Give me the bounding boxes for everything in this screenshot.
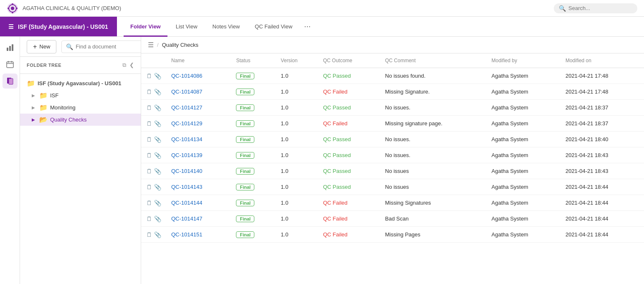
calendar-icon[interactable] [3, 57, 18, 72]
doc-icons-cell: 🗒 📎 [141, 147, 166, 163]
folder-icon: 📁 [39, 104, 48, 112]
header: ☰ ISF (Study Agavascular) - US001 Folder… [0, 17, 644, 37]
svg-rect-7 [7, 48, 8, 51]
table-row[interactable]: 🗒 📎 QC-1014086 Final 1.0 QC Passed No is… [141, 68, 644, 84]
tab-more-button[interactable]: ⋯ [301, 17, 314, 36]
doc-qc-comment: No issues found. [380, 68, 487, 84]
find-document-input[interactable] [76, 43, 141, 50]
table-row[interactable]: 🗒 📎 QC-1014134 Final 1.0 QC Passed No is… [141, 132, 644, 147]
table-row[interactable]: 🗒 📎 QC-1014127 Final 1.0 QC Passed No is… [141, 100, 644, 116]
doc-modified-on: 2021-04-21 18:43 [560, 147, 644, 163]
top-search[interactable]: 🔍 [554, 3, 637, 13]
breadcrumb-current: Quality Checks [162, 42, 198, 48]
doc-name[interactable]: QC-1014127 [166, 100, 231, 116]
tree-item-monitoring[interactable]: ▶ 📁 Monitoring [20, 101, 141, 114]
chevron-icon[interactable]: ▶ [32, 93, 37, 98]
svg-point-6 [16, 8, 18, 9]
svg-point-4 [12, 12, 13, 13]
doc-status: Final [231, 211, 276, 227]
table-row[interactable]: 🗒 📎 QC-1014151 Final 1.0 QC Failed Missi… [141, 227, 644, 243]
col-version[interactable]: Version [276, 53, 318, 68]
table-row[interactable]: 🗒 📎 QC-1014147 Final 1.0 QC Failed Bad S… [141, 211, 644, 227]
doc-file-icon: 🗒 [146, 167, 152, 175]
study-tab[interactable]: ☰ ISF (Study Agavascular) - US001 [0, 17, 117, 36]
tree-item-quality-checks[interactable]: ▶ 📂 Quality Checks [20, 114, 141, 126]
table-row[interactable]: 🗒 📎 QC-1014129 Final 1.0 QC Failed Missi… [141, 116, 644, 132]
tab-folder-view[interactable]: Folder View [124, 17, 167, 37]
chevron-icon[interactable]: ▶ [32, 117, 37, 122]
doc-name[interactable]: QC-1014134 [166, 132, 231, 147]
doc-attach-icon: 📎 [154, 231, 161, 238]
doc-version: 1.0 [276, 163, 318, 179]
search-input[interactable] [568, 5, 631, 11]
doc-qc-outcome: QC Passed [318, 163, 380, 179]
doc-qc-comment: Missing signature page. [380, 116, 487, 132]
doc-qc-comment: No issues. [380, 147, 487, 163]
doc-name[interactable]: QC-1014140 [166, 163, 231, 179]
doc-name[interactable]: QC-1014151 [166, 227, 231, 243]
doc-qc-outcome: QC Passed [318, 147, 380, 163]
doc-modified-on: 2021-04-21 18:40 [560, 132, 644, 147]
table-row[interactable]: 🗒 📎 QC-1014143 Final 1.0 QC Passed No is… [141, 179, 644, 195]
doc-name[interactable]: QC-1014139 [166, 147, 231, 163]
content-wrapper: + New 🔍 All filters ▾ ⇅ Order b FOLDER T… [20, 37, 644, 284]
folder-tree-panel: + New 🔍 All filters ▾ ⇅ Order b FOLDER T… [20, 37, 141, 284]
col-modified-on[interactable]: Modified on [560, 53, 644, 68]
folder-tree-actions: ⧉ ❮ [122, 62, 134, 68]
doc-file-icon: 🗒 [146, 199, 152, 206]
doc-modified-by: Agatha System [487, 84, 560, 100]
folder-icon: 📁 [39, 91, 48, 99]
tree-item-root[interactable]: 📁 ISF (Study Agavascular) - US001 [20, 77, 141, 89]
col-status[interactable]: Status [231, 53, 276, 68]
doc-modified-on: 2021-04-21 18:44 [560, 179, 644, 195]
doc-qc-outcome: QC Failed [318, 84, 380, 100]
doc-name[interactable]: QC-1014129 [166, 116, 231, 132]
tab-qc-failed-view[interactable]: QC Failed View [248, 17, 299, 37]
new-button[interactable]: + New [27, 40, 56, 53]
analytics-icon[interactable] [3, 40, 18, 55]
doc-modified-by: Agatha System [487, 68, 560, 84]
doc-qc-outcome: QC Passed [318, 68, 380, 84]
doc-modified-on: 2021-04-21 18:37 [560, 100, 644, 116]
doc-status: Final [231, 147, 276, 163]
find-document-search[interactable]: 🔍 [61, 41, 141, 53]
doc-qc-comment: No issues [380, 163, 487, 179]
tree-item-isf[interactable]: ▶ 📁 ISF [20, 89, 141, 101]
documents-icon[interactable] [3, 74, 18, 89]
doc-name[interactable]: QC-1014147 [166, 211, 231, 227]
col-modified-by[interactable]: Modified by [487, 53, 560, 68]
doc-version: 1.0 [276, 68, 318, 84]
doc-name[interactable]: QC-1014086 [166, 68, 231, 84]
table-row[interactable]: 🗒 📎 QC-1014140 Final 1.0 QC Passed No is… [141, 163, 644, 179]
col-qc-comment[interactable]: QC Comment [380, 53, 487, 68]
folder-tree-copy-icon[interactable]: ⧉ [122, 62, 126, 68]
doc-name[interactable]: QC-1014144 [166, 195, 231, 211]
doc-modified-on: 2021-04-21 17:48 [560, 68, 644, 84]
doc-icons-cell: 🗒 📎 [141, 132, 166, 147]
svg-point-5 [8, 8, 9, 9]
doc-attach-icon: 📎 [154, 200, 161, 206]
folder-tree-body: 📁 ISF (Study Agavascular) - US001 ▶ 📁 IS… [20, 74, 141, 284]
folder-tree-title: FOLDER TREE [27, 63, 122, 68]
doc-modified-by: Agatha System [487, 163, 560, 179]
folder-tree-collapse-icon[interactable]: ❮ [129, 62, 134, 68]
svg-rect-8 [9, 46, 11, 51]
study-tab-icon: ☰ [8, 23, 14, 30]
table-row[interactable]: 🗒 📎 QC-1014144 Final 1.0 QC Failed Missi… [141, 195, 644, 211]
col-name[interactable]: Name [166, 53, 231, 68]
table-row[interactable]: 🗒 📎 QC-1014087 Final 1.0 QC Failed Missi… [141, 84, 644, 100]
tab-notes-view[interactable]: Notes View [206, 17, 247, 37]
doc-modified-by: Agatha System [487, 179, 560, 195]
doc-qc-outcome: QC Failed [318, 211, 380, 227]
doc-name[interactable]: QC-1014087 [166, 84, 231, 100]
chevron-icon[interactable]: ▶ [32, 105, 37, 110]
doc-modified-by: Agatha System [487, 195, 560, 211]
table-header-row: Name Status Version QC Outcome QC Commen… [141, 53, 644, 68]
col-qc-outcome[interactable]: QC Outcome [318, 53, 380, 68]
table-row[interactable]: 🗒 📎 QC-1014139 Final 1.0 QC Passed No is… [141, 147, 644, 163]
tab-list-view[interactable]: List View [169, 17, 204, 37]
doc-qc-comment: Missing Pages [380, 227, 487, 243]
doc-modified-by: Agatha System [487, 227, 560, 243]
doc-modified-by: Agatha System [487, 116, 560, 132]
doc-name[interactable]: QC-1014143 [166, 179, 231, 195]
